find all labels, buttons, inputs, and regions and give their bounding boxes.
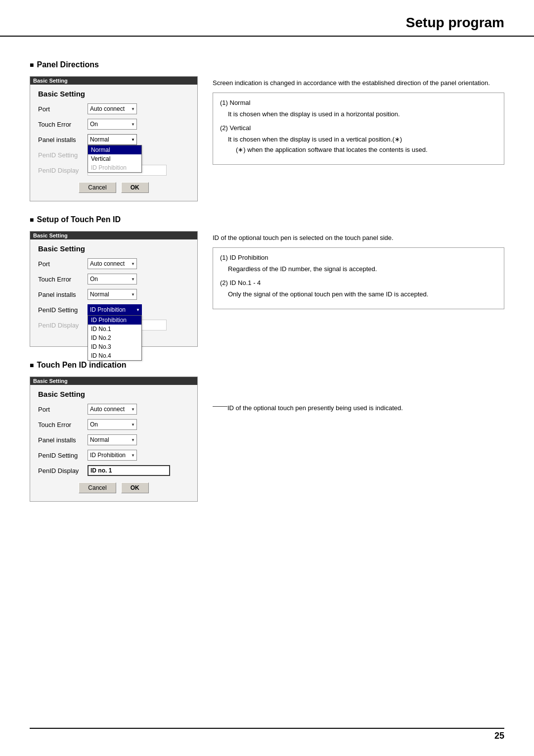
dialog-content-2: Basic Setting Port Auto connect Touch E [30,239,197,346]
dialog-row-touch-error-1: Touch Error On Off [38,118,189,130]
dropdown-item-id3[interactable]: ID No.3 [88,342,141,351]
dialog-titlebar-2: Basic Setting [30,232,197,239]
select-port-3[interactable]: Auto connect [88,404,137,415]
desc-item-vertical-text-1: It is chosen when the display is used in… [228,135,497,145]
section-title-panel-directions: Panel Directions [37,60,98,69]
label-panel-installs-1: Panel installs [38,136,88,143]
dialog-section-title-1: Basic Setting [38,90,189,98]
section-body-touch-pen-id: Basic Setting Basic Setting Port Auto co… [30,231,504,347]
dialog-row-panel-installs-2: Panel installs Normal Vertical [38,288,189,300]
arrow-connector [213,406,227,407]
dropdown-item-idpro-1[interactable]: ID Prohibition [88,163,141,172]
select-wrapper-panel-installs-3[interactable]: Normal Vertical [88,434,137,445]
dropdown-item-idpro-2[interactable]: ID Prohibition [88,316,141,325]
cancel-button-1[interactable]: Cancel [79,182,116,193]
main-content: Panel Directions Basic Setting Basic Set… [0,47,534,530]
dropdown-item-id1[interactable]: ID No.1 [88,325,141,333]
page-footer: 25 [30,728,504,741]
select-wrapper-touch-error-1[interactable]: On Off [88,119,137,130]
control-penid-setting-2[interactable]: ID Prohibition ▼ ID Prohibition ID No.1 … [88,304,142,315]
select-wrapper-penid-setting-3[interactable]: ID Prohibition ID No.1 ID No.2 ID No.3 I… [88,450,137,461]
select-touch-error-3[interactable]: On Off [88,419,137,430]
select-wrapper-panel-installs-2[interactable]: Normal Vertical [88,289,137,300]
select-panel-installs-3[interactable]: Normal Vertical [88,434,137,445]
dialog-row-penid-setting-2: PenID Setting ID Prohibition ▼ ID Prohib… [38,304,189,316]
select-panel-installs-2[interactable]: Normal Vertical [88,289,137,300]
dialog-section-title-3: Basic Setting [38,390,189,398]
control-panel-installs-1[interactable]: Normal ▼ Normal Vertical ID Prohibition [88,134,137,145]
desc-item-idno14-text: Only the signal of the optional touch pe… [228,289,497,300]
description-panel-directions: Screen indication is changed in accordan… [213,76,504,201]
dialog-row-port-2: Port Auto connect [38,258,189,270]
description-intro-3: ID of the optional touch pen presently b… [227,403,504,414]
dropdown-item-id4[interactable]: ID No.4 [88,351,141,360]
description-box-1: (1) Normal It is chosen when the display… [213,93,504,165]
page-header: Setup program [0,0,534,37]
control-panel-installs-2: Normal Vertical [88,289,137,300]
label-port-3: Port [38,406,88,413]
label-penid-display-3: PenID Display [38,467,88,474]
dialog-row-port-1: Port Auto connect [38,103,189,115]
dropdown-panel-installs-1[interactable]: Normal Vertical ID Prohibition [88,145,142,173]
select-penid-setting-3[interactable]: ID Prohibition ID No.1 ID No.2 ID No.3 I… [88,450,137,461]
desc-item-idno14: (2) ID No.1 - 4 Only the signal of the o… [220,278,497,300]
select-wrapper-port-3[interactable]: Auto connect [88,404,137,415]
section-heading-touch-pen-indication: Touch Pen ID indication [30,361,504,370]
dialog-row-port-3: Port Auto connect [38,403,189,415]
select-touch-error-2[interactable]: On Off [88,274,137,284]
desc-item-normal: (1) Normal It is chosen when the display… [220,98,497,120]
section-body-touch-pen-indication: Basic Setting Basic Setting Port Auto co… [30,377,504,502]
select-wrapper-port-1[interactable]: Auto connect [88,103,137,114]
dropdown-penid-setting-2[interactable]: ID Prohibition ID No.1 ID No.2 ID No.3 I… [88,315,142,361]
select-touch-error-1[interactable]: On Off [88,119,137,130]
dialog-titlebar-3: Basic Setting [30,377,197,385]
dialog-row-penid-display-3: PenID Display [38,465,189,476]
label-panel-installs-2: Panel installs [38,291,88,298]
description-intro-2: ID of the optional touch pen is selected… [213,233,504,243]
dialog-row-panel-installs-1: Panel installs Normal ▼ Normal Vertical … [38,134,189,145]
desc-item-idpro-text: Regardless of the ID number, the signal … [228,264,497,275]
label-penid-display-1: PenID Display [38,167,88,174]
control-penid-display-3 [88,465,170,476]
dropdown-item-normal-1[interactable]: Normal [88,145,141,154]
dialog-row-panel-installs-3: Panel installs Normal Vertical [38,434,189,446]
description-box-2: (1) ID Prohibition Regardless of the ID … [213,247,504,309]
section-title-touch-pen-id: Setup of Touch Pen ID [37,215,120,224]
description-intro-1: Screen indication is changed in accordan… [213,78,504,89]
label-penid-setting-2: PenID Setting [38,306,88,314]
input-penid-display-3[interactable] [88,465,170,476]
dialog-content-3: Basic Setting Port Auto connect Touch E [30,385,197,501]
control-touch-error-1: On Off [88,119,137,130]
select-wrapper-port-2[interactable]: Auto connect [88,258,137,269]
dialog-row-touch-error-3: Touch Error On Off [38,419,189,430]
desc-item-normal-text: It is chosen when the display is used in… [228,109,497,120]
desc-item-normal-title: (1) Normal [220,98,497,108]
select-port-1[interactable]: Auto connect [88,103,137,114]
control-penid-setting-3: ID Prohibition ID No.1 ID No.2 ID No.3 I… [88,450,137,461]
dropdown-item-id2[interactable]: ID No.2 [88,333,141,342]
dialog-titlebar-1: Basic Setting [30,77,197,85]
dialog-row-penid-setting-3: PenID Setting ID Prohibition ID No.1 ID … [38,449,189,461]
section-heading-panel-directions: Panel Directions [30,60,504,69]
ok-button-3[interactable]: OK [121,482,149,493]
dropdown-item-vertical-1[interactable]: Vertical [88,154,141,163]
control-panel-installs-3: Normal Vertical [88,434,137,445]
control-touch-error-2: On Off [88,274,137,284]
desc-item-idno14-title: (2) ID No.1 - 4 [220,278,497,288]
ok-button-1[interactable]: OK [121,182,149,193]
select-penid-setting-2[interactable]: ID Prohibition ▼ [88,304,142,315]
section-heading-touch-pen-id: Setup of Touch Pen ID [30,215,504,224]
control-touch-error-3: On Off [88,419,137,430]
cancel-button-3[interactable]: Cancel [79,482,116,493]
dialog-touch-pen-indication: Basic Setting Basic Setting Port Auto co… [30,377,198,502]
desc-item-vertical: (2) Vertical It is chosen when the displ… [220,123,497,155]
select-wrapper-touch-error-2[interactable]: On Off [88,274,137,284]
label-port-2: Port [38,260,88,268]
label-touch-error-1: Touch Error [38,121,88,128]
label-penid-setting-3: PenID Setting [38,452,88,459]
select-port-2[interactable]: Auto connect [88,258,137,269]
select-wrapper-touch-error-3[interactable]: On Off [88,419,137,430]
select-panel-installs-1[interactable]: Normal ▼ [88,134,137,145]
dialog-panel-directions: Basic Setting Basic Setting Port Auto co… [30,76,198,201]
page-title: Setup program [406,15,504,30]
